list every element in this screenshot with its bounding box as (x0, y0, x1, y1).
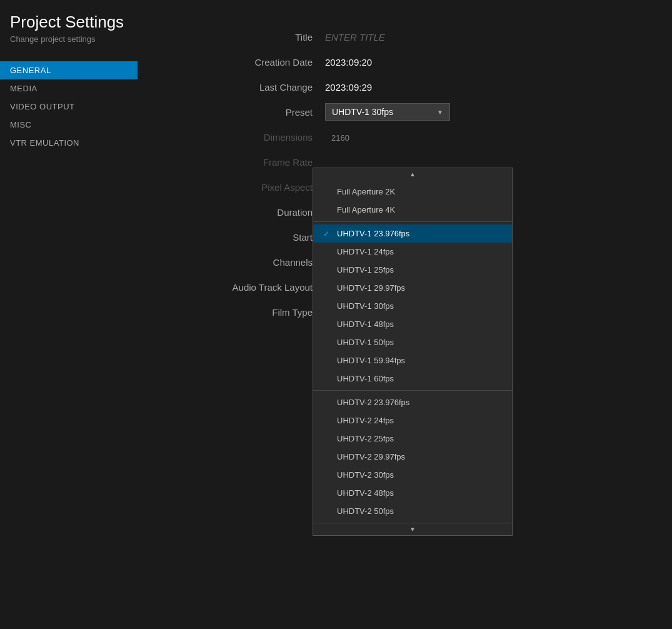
sidebar-nav: GENERAL MEDIA VIDEO OUTPUT MISC VTR EMUL… (0, 61, 138, 152)
page-subtitle: Change project settings (10, 34, 128, 44)
creation-date-label: Creation Date (163, 57, 325, 68)
scroll-up-icon: ▲ (409, 171, 416, 178)
dropdown-item-label: UHDTV-2 25fps (337, 434, 394, 443)
dropdown-item-uhdtv2-50-partial[interactable]: UHDTV-2 50fps (313, 502, 512, 520)
dimensions-value: 2160 (325, 132, 349, 143)
creation-date-value: 2023:09:20 (325, 57, 372, 68)
page-title: Project Settings (10, 13, 128, 32)
channels-label: Channels (163, 257, 325, 268)
dropdown-item-label: UHDTV-2 24fps (337, 416, 394, 425)
sidebar: Project Settings Change project settings… (0, 0, 138, 629)
last-change-label: Last Change (163, 82, 325, 93)
film-type-label: Film Type (163, 307, 325, 318)
dropdown-item-uhdtv2-23976[interactable]: UHDTV-2 23.976fps (313, 393, 512, 411)
dropdown-arrow-icon: ▼ (437, 109, 443, 116)
sidebar-item-general[interactable]: GENERAL (0, 61, 138, 79)
preset-value: UHDTV-1 30fps (332, 107, 393, 117)
dropdown-item-uhdtv1-2997[interactable]: UHDTV-1 29.97fps (313, 279, 512, 297)
sidebar-item-vtr-emulation[interactable]: VTR EMULATION (0, 134, 138, 152)
preset-label: Preset (163, 107, 325, 118)
dropdown-group-0: Full Aperture 2K Full Aperture 4K (313, 180, 512, 222)
page-title-area: Project Settings Change project settings (0, 6, 138, 56)
dropdown-item-uhdtv1-23976[interactable]: ✓ UHDTV-1 23.976fps (313, 224, 512, 243)
dropdown-item-label: UHDTV-1 24fps (337, 247, 394, 256)
dimensions-row: Dimensions 2160 (163, 125, 647, 149)
dropdown-item-uhdtv1-24[interactable]: UHDTV-1 24fps (313, 243, 512, 261)
sidebar-item-media[interactable]: MEDIA (0, 79, 138, 98)
dropdown-item-full-aperture-4k[interactable]: Full Aperture 4K (313, 201, 512, 219)
dimensions-label: Dimensions (163, 132, 325, 143)
scroll-up-button[interactable]: ▲ (313, 168, 512, 180)
pixel-aspect-label: Pixel Aspect (163, 182, 325, 193)
creation-date-row: Creation Date 2023:09:20 (163, 50, 647, 74)
dropdown-item-full-aperture-2k[interactable]: Full Aperture 2K (313, 183, 512, 201)
dropdown-item-label: UHDTV-1 29.97fps (337, 283, 405, 293)
dropdown-item-label: UHDTV-1 30fps (337, 301, 394, 311)
dropdown-item-label: UHDTV-1 25fps (337, 265, 394, 274)
sidebar-item-video-output[interactable]: VIDEO OUTPUT (0, 98, 138, 116)
preset-dropdown[interactable]: UHDTV-1 30fps ▼ (325, 103, 450, 121)
dropdown-item-uhdtv1-30[interactable]: UHDTV-1 30fps (313, 297, 512, 315)
dropdown-item-label: UHDTV-2 29.97fps (337, 452, 405, 461)
scroll-down-button[interactable]: ▼ (313, 523, 512, 535)
audio-track-layout-label: Audio Track Layout (163, 282, 325, 293)
frame-rate-label: Frame Rate (163, 157, 325, 168)
title-input[interactable]: ENTER TITLE (325, 32, 385, 43)
dropdown-item-uhdtv2-30[interactable]: UHDTV-2 30fps (313, 466, 512, 484)
dropdown-item-uhdtv1-48[interactable]: UHDTV-1 48fps (313, 315, 512, 333)
check-mark-icon: ✓ (323, 229, 333, 238)
title-row: Title ENTER TITLE (163, 25, 647, 49)
dropdown-item-label: UHDTV-1 23.976fps (337, 229, 409, 238)
start-label: Start (163, 232, 325, 243)
scroll-down-icon: ▼ (409, 526, 416, 533)
dropdown-item-label: UHDTV-1 48fps (337, 320, 394, 329)
duration-label: Duration (163, 207, 325, 218)
last-change-row: Last Change 2023:09:29 (163, 75, 647, 99)
dropdown-item-uhdtv1-25[interactable]: UHDTV-1 25fps (313, 261, 512, 279)
dropdown-item-uhdtv2-25[interactable]: UHDTV-2 25fps (313, 430, 512, 448)
dropdown-item-label: UHDTV-2 30fps (337, 470, 394, 480)
dropdown-group-2: UHDTV-2 23.976fps UHDTV-2 24fps UHDTV-2 … (313, 391, 512, 523)
dropdown-item-uhdtv2-24[interactable]: UHDTV-2 24fps (313, 411, 512, 430)
dropdown-item-uhdtv1-5994[interactable]: UHDTV-1 59.94fps (313, 351, 512, 370)
dropdown-item-label: UHDTV-2 48fps (337, 488, 394, 498)
dropdown-item-label: UHDTV-1 60fps (337, 374, 394, 383)
dropdown-item-label: UHDTV-1 50fps (337, 338, 394, 347)
preset-dropdown-popup[interactable]: ▲ Full Aperture 2K Full Aperture 4K ✓ UH… (313, 168, 513, 536)
preset-row: Preset UHDTV-1 30fps ▼ (163, 100, 647, 124)
dropdown-item-label: UHDTV-2 50fps (337, 506, 394, 516)
dropdown-item-uhdtv1-60[interactable]: UHDTV-1 60fps (313, 370, 512, 388)
dropdown-group-1: ✓ UHDTV-1 23.976fps UHDTV-1 24fps UHDTV-… (313, 222, 512, 391)
dropdown-item-uhdtv2-48[interactable]: UHDTV-2 48fps (313, 484, 512, 502)
last-change-value: 2023:09:29 (325, 82, 372, 93)
dropdown-item-uhdtv2-2997[interactable]: UHDTV-2 29.97fps (313, 448, 512, 466)
page-layout: Project Settings Change project settings… (0, 0, 672, 629)
title-label: Title (163, 32, 325, 43)
main-content: Title ENTER TITLE Creation Date 2023:09:… (138, 0, 672, 629)
sidebar-item-misc[interactable]: MISC (0, 116, 138, 134)
dropdown-item-label: UHDTV-1 59.94fps (337, 356, 405, 365)
dropdown-item-label: Full Aperture 2K (337, 187, 395, 196)
dropdown-item-label: UHDTV-2 23.976fps (337, 398, 409, 407)
dropdown-item-uhdtv1-50[interactable]: UHDTV-1 50fps (313, 333, 512, 351)
dropdown-item-label: Full Aperture 4K (337, 205, 395, 214)
